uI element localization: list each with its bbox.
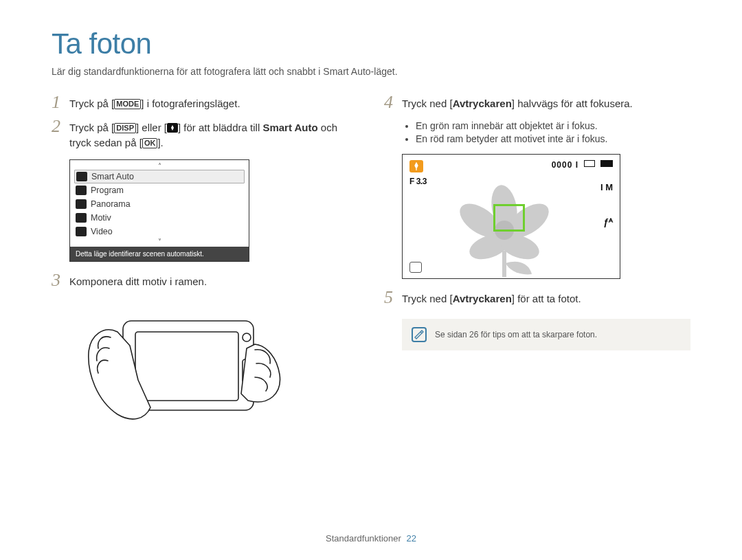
mode-item-program: Program [70, 183, 249, 197]
mode-item-smart-auto: Smart Auto [74, 170, 245, 183]
ok-button-label: OK [142, 138, 158, 148]
list-item: En grön ram innebär att objektet är i fo… [416, 120, 690, 131]
video-icon [76, 227, 87, 236]
mode-list-screenshot: ˄ Smart Auto Program Panorama Motiv [69, 159, 249, 262]
mode-button-label: MODE [114, 99, 141, 109]
step-4: 4 Tryck ned [Avtryckaren] halvvägs för a… [384, 96, 690, 112]
resolution-label: I M [600, 182, 613, 192]
text-fragment: ] för att ta fotot. [512, 293, 581, 304]
camera-icon [76, 186, 87, 195]
text-fragment: ]. [157, 137, 163, 148]
text-fragment: ] halvvägs för att fokusera. [512, 98, 633, 109]
smart-auto-label: Smart Auto [262, 122, 317, 133]
stabilizer-icon [409, 262, 422, 273]
step-3: 3 Komponera ditt motiv i ramen. [52, 274, 343, 290]
page-number: 22 [407, 533, 416, 544]
chevron-down-icon: ˅ [70, 238, 249, 245]
note-box: Se sidan 26 för tips om att ta skarpare … [402, 319, 690, 350]
camera-icon [76, 172, 87, 181]
footer-section: Standardfunktioner [326, 533, 401, 544]
step-5: 5 Tryck ned [Avtryckaren] för att ta fot… [384, 291, 690, 307]
page-subtitle: Lär dig standardfunktionerna för att fot… [52, 66, 690, 77]
macro-icon [167, 123, 178, 133]
mode-item-panorama: Panorama [70, 197, 249, 211]
step-number: 2 [52, 117, 69, 135]
flash-auto-icon: ƒᴬ [603, 216, 613, 227]
step-text: Tryck på [DISP] eller [] för att bläddra… [69, 120, 343, 151]
focus-frame [493, 204, 525, 232]
mode-label: Motiv [91, 213, 111, 223]
step-number: 4 [384, 93, 402, 111]
text-fragment: Tryck på [ [69, 122, 114, 133]
page-title: Ta foton [52, 27, 690, 60]
svg-rect-11 [502, 251, 506, 277]
step-text: Komponera ditt motiv i ramen. [69, 274, 207, 290]
svg-point-3 [243, 333, 251, 341]
step-2: 2 Tryck på [DISP] eller [] för att blädd… [52, 120, 343, 151]
shutter-label: Avtryckaren [453, 293, 512, 304]
mode-item-motiv: Motiv [70, 211, 249, 225]
text-fragment: ] för att bläddra till [178, 122, 262, 133]
step-text: Tryck ned [Avtryckaren] för att ta fotot… [402, 291, 581, 307]
text-fragment: ] i fotograferingsläget. [141, 98, 240, 109]
step-number: 5 [384, 289, 402, 306]
step-text: Tryck ned [Avtryckaren] halvvägs för att… [402, 96, 633, 112]
mode-label: Video [91, 227, 113, 236]
mode-label: Smart Auto [91, 172, 134, 181]
step-number: 3 [52, 271, 69, 289]
svg-rect-2 [135, 332, 238, 401]
step-1: 1 Tryck på [MODE] i fotograferingsläget. [52, 96, 343, 112]
text-fragment: Tryck ned [ [402, 98, 453, 109]
note-text: Se sidan 26 för tips om att ta skarpare … [435, 330, 597, 339]
text-fragment: ] eller [ [136, 122, 167, 133]
mode-label: Panorama [91, 199, 131, 209]
page-footer: Standardfunktioner 22 [0, 533, 742, 544]
shot-count: 0000 I [552, 160, 578, 170]
right-column: 4 Tryck ned [Avtryckaren] halvvägs för a… [384, 96, 690, 445]
camera-illustration [69, 298, 282, 445]
battery-icon [600, 160, 613, 167]
text-fragment: Tryck ned [ [402, 293, 453, 304]
left-column: 1 Tryck på [MODE] i fotograferingsläget.… [52, 96, 343, 445]
card-icon [584, 160, 595, 167]
disp-button-label: DISP [114, 123, 136, 133]
macro-mode-icon [409, 160, 423, 172]
note-icon [412, 327, 427, 342]
focus-bullets: En grön ram innebär att objektet är i fo… [416, 120, 690, 144]
mode-label: Program [91, 186, 124, 195]
mode-caption: Detta läge identifierar scenen automatis… [70, 247, 249, 261]
list-item: En röd ram betyder att motivet inte är i… [416, 133, 690, 144]
scene-icon [76, 213, 87, 223]
step-number: 1 [52, 93, 69, 111]
viewfinder-screenshot: F 3.3 0000 I I M ƒᴬ [402, 154, 620, 279]
shutter-label: Avtryckaren [453, 98, 512, 109]
chevron-up-icon: ˄ [70, 163, 249, 170]
text-fragment: Tryck på [ [69, 98, 114, 109]
aperture-value: F 3.3 [409, 177, 427, 186]
panorama-icon [76, 199, 87, 209]
mode-item-video: Video [70, 225, 249, 238]
step-text: Tryck på [MODE] i fotograferingsläget. [69, 96, 240, 112]
